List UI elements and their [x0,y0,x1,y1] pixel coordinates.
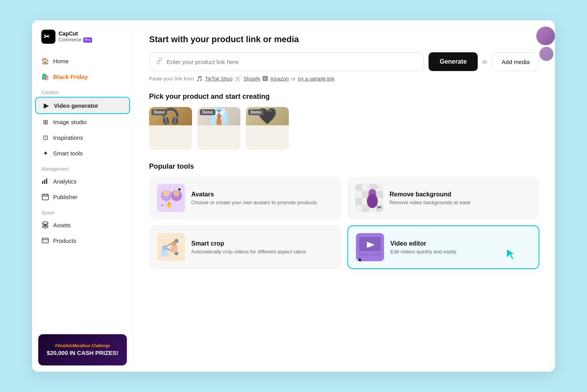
capcut-logo-icon: ✂ [41,30,55,44]
add-media-button[interactable]: Add media [492,52,539,71]
tools-section-title: Popular tools [149,162,539,171]
svg-rect-5 [42,194,48,200]
product-card-headphones[interactable]: 🎧 Demo [149,107,192,150]
sidebar-item-products[interactable]: Products [32,233,133,248]
svg-text:✂: ✂ [44,33,50,41]
video-generator-icon: ▶ [42,102,50,109]
cursor-indicator [505,247,519,263]
svg-text:✦: ✦ [161,204,164,207]
products-section-title: Pick your product and start creating [149,93,539,101]
tiktok-shop-link[interactable]: TikTok Shop [205,76,233,82]
svg-rect-39 [171,245,177,253]
assets-icon [41,221,49,229]
svg-point-40 [172,241,176,246]
link-icon [156,57,163,66]
svg-point-15 [163,190,169,196]
sidebar-item-black-friday[interactable]: 🛍️ Black Friday [32,69,133,84]
smart-crop-tool-desc: Automatically crop videos for different … [191,249,306,255]
try-sample-link[interactable]: try a sample link [298,76,335,82]
svg-text:🤚: 🤚 [165,201,173,208]
paste-hint: Paste your link from 🎵 TikTok Shop 🛒 Sho… [149,76,539,82]
svg-marker-49 [507,249,515,260]
avatars-tool-info: Avatars Choose or create your own avatar… [191,191,317,205]
or-text-hint: or [291,76,296,82]
tiktok-platform: 🎵 [196,76,203,82]
video-editor-tool-desc: Edit videos quickly and easily [390,249,456,255]
tools-grid: ✦ ✦ 🤚 ✦ Avatars Choose or create your ow… [149,177,539,269]
svg-rect-11 [42,238,48,243]
amazon-link[interactable]: Amazon [270,76,289,82]
shopify-platform: 🛒 [235,76,241,82]
sidebar-item-analytics[interactable]: Analytics [32,173,133,189]
sidebar-item-publisher[interactable]: Publisher [32,189,133,205]
product-link-input[interactable] [167,59,417,65]
search-box [149,52,424,71]
remove-bg-tool-desc: Remove video backgrounds at ease [390,200,470,205]
svg-rect-3 [44,180,45,184]
avatars-tool-desc: Choose or create your own avatars to pro… [191,200,317,205]
tool-thumb-smart-crop [157,233,185,261]
image-studio-icon: ⊞ [41,118,49,126]
sidebar-item-image-studio[interactable]: ⊞ Image studio [32,114,133,130]
smart-crop-tool-info: Smart crop Automatically crop videos for… [191,240,306,255]
amazon-platform: 🅰 [263,76,268,82]
sidebar-item-inspirations[interactable]: ⊡ Inspirations [32,130,133,145]
smart-crop-tool-title: Smart crop [191,240,306,247]
black-friday-icon: 🛍️ [41,73,49,80]
page-title: Start with your product link or media [149,34,539,45]
inspirations-icon: ⊡ [41,134,49,141]
sidebar-item-video-generator[interactable]: ▶ Video generator [35,97,130,114]
svg-point-10 [43,222,48,224]
scissors-icon: ✂ [377,204,382,210]
demo-badge-shirt: Demo [200,109,215,115]
banner-tag: #ViralAdsMarathon Challenge [55,344,110,348]
svg-rect-28 [362,205,369,212]
or-label: or [482,59,487,65]
products-icon [41,237,49,244]
management-section-label: Management [32,161,133,173]
svg-rect-47 [370,253,381,256]
tool-card-smart-crop[interactable]: Smart crop Automatically crop videos for… [149,225,341,269]
deco-top-right [536,27,555,61]
svg-text:▲: ▲ [357,256,363,261]
tool-card-avatars[interactable]: ✦ ✦ 🤚 ✦ Avatars Choose or create your ow… [149,177,341,219]
product-card-shirt[interactable]: 👔 Demo [197,107,240,150]
publisher-icon [41,193,49,201]
svg-rect-2 [42,181,43,184]
shopify-link[interactable]: Shopify [244,76,260,82]
cursor-arrow-icon [505,247,519,261]
svg-rect-24 [355,198,362,205]
tool-thumb-avatars: ✦ ✦ 🤚 ✦ [157,184,185,212]
tool-card-video-editor[interactable]: ▲ Video editor Edit videos quickly and e… [347,225,539,269]
home-icon: 🏠 [41,57,49,65]
product-card-makeup[interactable]: 🖤 Demo [246,107,289,150]
tool-thumb-remove-bg: ✦ ✂ [355,184,383,212]
svg-rect-4 [46,178,47,184]
deco-blob-1 [536,27,555,45]
sidebar-item-smart-tools[interactable]: ✦ Smart tools [32,145,133,161]
svg-rect-26 [376,191,383,198]
svg-text:✦: ✦ [375,185,379,189]
sidebar-item-home[interactable]: 🏠 Home [32,53,133,69]
svg-point-42 [162,245,167,251]
banner-prize: $20,000 IN CASH PRIZES! [47,349,118,356]
demo-badge-headphones: Demo [151,109,167,115]
remove-bg-tool-title: Remove background [390,191,470,198]
remove-bg-tool-info: Remove background Remove video backgroun… [390,191,470,205]
generate-button[interactable]: Generate [429,52,477,71]
logo-commerce: Commerce Pro [59,37,92,43]
sparkle-icon: ✦ [177,186,182,192]
sidebar-banner[interactable]: #ViralAdsMarathon Challenge $20,000 IN C… [38,334,127,365]
video-editor-tool-title: Video editor [390,240,456,247]
tool-card-remove-bg[interactable]: ✦ ✂ Remove background Remove video backg… [347,177,539,219]
avatars-tool-title: Avatars [191,191,317,198]
svg-point-31 [367,194,378,208]
pro-badge: Pro [83,37,92,43]
product-grid: 🎧 Demo 👔 Demo 🖤 Demo [149,107,539,150]
deco-blob-2 [539,47,553,61]
analytics-icon [41,177,49,185]
logo-capcut: CapCut [59,30,92,37]
sidebar-item-assets[interactable]: Assets [32,217,133,233]
smart-tools-icon: ✦ [41,149,49,157]
logo: ✂ CapCut Commerce Pro [32,30,133,53]
